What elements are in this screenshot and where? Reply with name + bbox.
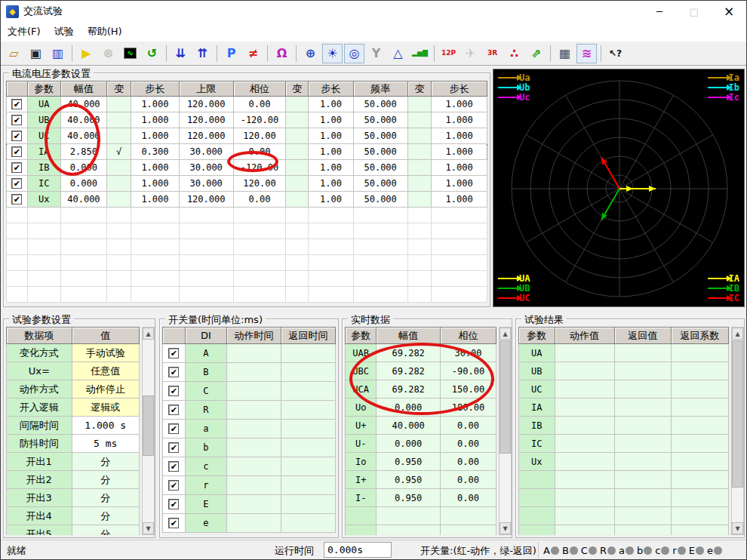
param-step3-cell[interactable]: 1.000 (432, 128, 487, 144)
row-checkbox[interactable]: ✔ (11, 99, 22, 109)
row-checkbox[interactable]: ✔ (168, 367, 179, 377)
scroll-down-arrow[interactable]: ▼ (500, 522, 511, 534)
param-step1-cell[interactable]: 1.000 (131, 176, 180, 192)
scroll-up-arrow[interactable]: ▲ (500, 328, 511, 340)
scroll-thumb[interactable] (732, 340, 743, 488)
param-step1-cell[interactable]: 1.000 (131, 112, 180, 128)
checkbox-cell[interactable]: ✔ (7, 144, 28, 160)
scroll-down-arrow[interactable]: ▼ (732, 522, 743, 534)
three-phase-r-button[interactable]: 3R (482, 44, 503, 63)
param-step1-cell[interactable]: 1.000 (131, 128, 180, 144)
checkbox-cell[interactable]: ✔ (163, 363, 186, 382)
param-limit-cell[interactable]: 120.000 (179, 97, 233, 112)
row-checkbox[interactable]: ✔ (11, 194, 22, 205)
twelve-phase-button[interactable]: 12P (438, 44, 459, 63)
checkbox-cell[interactable]: ✔ (7, 192, 28, 208)
step-down-button[interactable]: ⇊ (171, 44, 191, 63)
tp-value-cell[interactable]: 任意值 (72, 362, 140, 380)
param-limit-cell[interactable]: 30.000 (179, 160, 233, 176)
param-freq-cell[interactable]: 50.000 (353, 192, 407, 208)
checkbox-cell[interactable]: ✔ (7, 176, 28, 192)
save-button[interactable]: ▣ (26, 44, 46, 63)
export-report-button[interactable]: ▥ (48, 44, 68, 63)
calculator-button[interactable]: ▦ (555, 44, 575, 63)
phase-flag-button[interactable]: P (221, 44, 241, 63)
param-step2-cell[interactable]: 1.00 (309, 192, 354, 208)
delta-connection-button[interactable]: △ (388, 44, 408, 63)
checkbox-cell[interactable]: ✔ (7, 112, 28, 128)
row-checkbox[interactable]: ✔ (168, 461, 179, 472)
param-freq-cell[interactable]: 50.000 (353, 112, 407, 128)
checkbox-cell[interactable]: ✔ (163, 382, 186, 401)
checkbox-cell[interactable]: ✔ (7, 97, 28, 112)
param-step2-cell[interactable]: 1.00 (309, 97, 354, 112)
menu-item-1[interactable]: 试验 (48, 22, 81, 42)
param-step1-cell[interactable]: 1.000 (131, 97, 180, 112)
tp-value-cell[interactable]: 分 (72, 525, 140, 536)
tp-value-cell[interactable]: 动作停止 (72, 380, 140, 398)
param-phase-cell[interactable]: 0.00 (233, 97, 286, 112)
row-checkbox[interactable]: ✔ (168, 480, 179, 491)
param-step2-cell[interactable]: 1.00 (309, 128, 354, 144)
realtime-scrollbar[interactable]: ▲ ▼ (499, 327, 512, 535)
lock-button[interactable]: Ω (272, 44, 292, 63)
menu-item-2[interactable]: 帮助(H) (81, 22, 129, 42)
param-limit-cell[interactable]: 120.000 (179, 112, 233, 128)
results-scrollbar[interactable]: ▲ ▼ (731, 327, 744, 535)
param-freq-cell[interactable]: 50.000 (353, 160, 407, 176)
checkbox-cell[interactable]: ✔ (163, 344, 186, 363)
param-step2-cell[interactable]: 1.00 (309, 160, 354, 176)
param-freq-cell[interactable]: 50.000 (353, 176, 407, 192)
param-phase-cell[interactable]: 0.00 (233, 192, 286, 208)
scroll-up-arrow[interactable]: ▲ (732, 328, 743, 340)
param-step3-cell[interactable]: 1.000 (432, 112, 487, 128)
ray-burst-button[interactable]: ☀ (322, 44, 343, 63)
checkbox-cell[interactable]: ✔ (163, 457, 186, 476)
param-step2-cell[interactable]: 1.00 (309, 176, 354, 192)
waveform-view-button[interactable]: ≋ (576, 44, 597, 63)
scroll-down-arrow[interactable]: ▼ (143, 522, 154, 534)
param-step1-cell[interactable]: 0.300 (131, 144, 180, 160)
param-phase-cell[interactable]: 120.00 (233, 128, 286, 144)
param-freq-cell[interactable]: 50.000 (353, 128, 407, 144)
row-checkbox[interactable]: ✔ (168, 386, 179, 396)
tp-value-cell[interactable]: 1.000 s (72, 417, 140, 435)
scroll-thumb[interactable] (500, 340, 511, 454)
checkbox-cell[interactable]: ✔ (163, 514, 186, 533)
tp-value-cell[interactable]: 分 (72, 507, 140, 525)
menu-item-0[interactable]: 文件(F) (1, 22, 48, 42)
wye-connection-button[interactable]: Y (366, 44, 386, 63)
close-button[interactable]: × (712, 1, 746, 22)
param-amp-cell[interactable]: 0.000 (60, 176, 107, 192)
param-step1-cell[interactable]: 1.000 (131, 192, 180, 208)
undo-button[interactable]: ↺ (142, 44, 162, 63)
row-checkbox[interactable]: ✔ (168, 348, 179, 358)
param-step3-cell[interactable]: 1.000 (432, 144, 487, 160)
row-checkbox[interactable]: ✔ (11, 178, 22, 189)
target-rings-button[interactable]: ◎ (344, 44, 364, 63)
checkbox-cell[interactable]: ✔ (7, 128, 28, 144)
row-checkbox[interactable]: ✔ (11, 131, 22, 141)
oscilloscope-button[interactable]: ∿ (120, 44, 140, 63)
param-limit-cell[interactable]: 30.000 (179, 144, 233, 160)
row-checkbox[interactable]: ✔ (11, 146, 22, 157)
param-limit-cell[interactable]: 120.000 (179, 192, 233, 208)
zoom-magnifier-button[interactable]: ⊕ (300, 44, 321, 63)
row-checkbox[interactable]: ✔ (168, 442, 179, 453)
param-phase-cell[interactable]: -120.00 (233, 112, 286, 128)
open-file-button[interactable]: ▱ (4, 44, 24, 63)
param-step3-cell[interactable]: 1.000 (432, 192, 487, 208)
vector-dots-button[interactable]: ∴ (504, 44, 524, 63)
checkbox-cell[interactable]: ✔ (7, 160, 28, 176)
param-amp-cell[interactable]: 40.000 (60, 192, 107, 208)
row-checkbox[interactable]: ✔ (11, 115, 22, 125)
row-checkbox[interactable]: ✔ (168, 499, 179, 509)
run-test-button[interactable]: ▶ (76, 44, 97, 63)
minimize-button[interactable]: ─ (642, 1, 677, 22)
param-step2-cell[interactable]: 1.00 (309, 144, 354, 160)
tp-value-cell[interactable]: 分 (72, 489, 140, 507)
tp-value-cell[interactable]: 分 (72, 471, 140, 489)
param-step3-cell[interactable]: 1.000 (432, 97, 487, 112)
param-step3-cell[interactable]: 1.000 (432, 176, 487, 192)
param-freq-cell[interactable]: 50.000 (353, 97, 407, 112)
